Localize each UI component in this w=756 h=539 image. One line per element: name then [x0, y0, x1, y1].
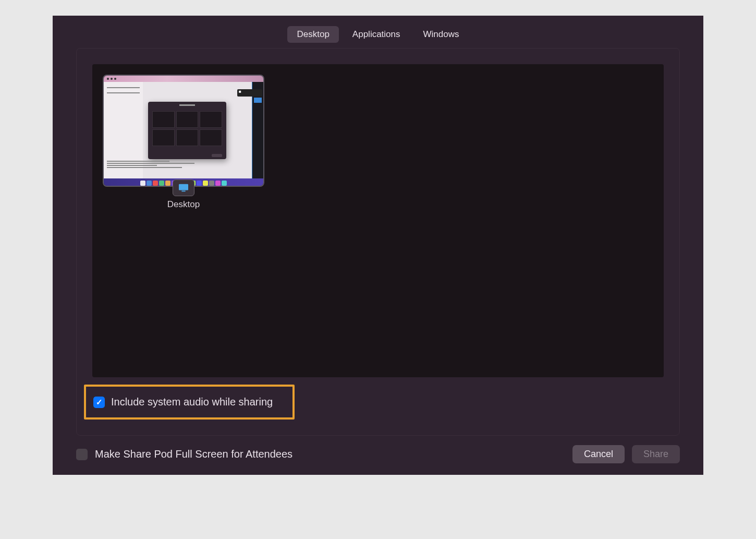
- desktop-preview-item[interactable]: Desktop: [103, 75, 264, 210]
- desktop-label: Desktop: [167, 199, 200, 210]
- source-tabs: Desktop Applications Windows: [287, 26, 468, 43]
- svg-rect-1: [181, 190, 185, 191]
- include-audio-checkbox[interactable]: ✓: [93, 397, 105, 408]
- include-audio-row[interactable]: ✓ Include system audio while sharing: [93, 396, 273, 408]
- include-audio-label: Include system audio while sharing: [111, 396, 273, 408]
- fullscreen-row[interactable]: Make Share Pod Full Screen for Attendees: [76, 448, 292, 460]
- dialog-footer: Make Share Pod Full Screen for Attendees…: [53, 441, 703, 475]
- share-screen-dialog: Desktop Applications Windows: [53, 16, 703, 475]
- fullscreen-checkbox[interactable]: [76, 449, 88, 460]
- fullscreen-label: Make Share Pod Full Screen for Attendees: [95, 448, 292, 460]
- svg-rect-0: [179, 184, 188, 190]
- include-audio-highlight: ✓ Include system audio while sharing: [84, 385, 295, 420]
- desktop-thumbnail: [103, 75, 264, 187]
- monitor-badge: [173, 179, 194, 196]
- share-button[interactable]: Share: [632, 445, 680, 463]
- tab-applications[interactable]: Applications: [343, 26, 410, 43]
- tab-windows[interactable]: Windows: [414, 26, 469, 43]
- preview-area: Desktop: [92, 64, 664, 377]
- checkmark-icon: ✓: [96, 398, 103, 407]
- tab-desktop[interactable]: Desktop: [287, 26, 338, 43]
- cancel-button[interactable]: Cancel: [572, 445, 625, 463]
- monitor-icon: [178, 183, 189, 193]
- content-panel: Desktop ✓ Include system audio while sha…: [76, 48, 680, 436]
- tabs-container: Desktop Applications Windows: [53, 16, 703, 48]
